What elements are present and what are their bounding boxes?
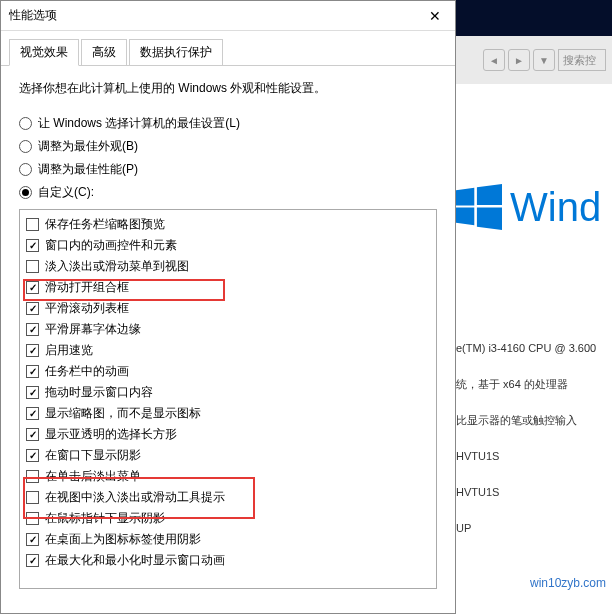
visual-effects-list[interactable]: 保存任务栏缩略图预览窗口内的动画控件和元素淡入淡出或滑动菜单到视图滑动打开组合框… xyxy=(19,209,437,589)
checkbox-label: 显示亚透明的选择长方形 xyxy=(45,426,177,443)
system-info: e(TM) i3-4160 CPU @ 3.600 统，基于 x64 的处理器 … xyxy=(456,330,612,546)
check-option-8[interactable]: 拖动时显示窗口内容 xyxy=(26,382,430,403)
radio-option-2[interactable]: 调整为最佳性能(P) xyxy=(19,161,437,178)
checkbox-label: 平滑滚动列表框 xyxy=(45,300,129,317)
check-option-11[interactable]: 在窗口下显示阴影 xyxy=(26,445,430,466)
checkbox-icon xyxy=(26,239,39,252)
tab-bar: 视觉效果高级数据执行保护 xyxy=(1,31,455,66)
checkbox-icon xyxy=(26,365,39,378)
checkbox-icon xyxy=(26,302,39,315)
search-input[interactable]: 搜索控 xyxy=(558,49,606,71)
checkbox-label: 平滑屏幕字体边缘 xyxy=(45,321,141,338)
nav-down-icon[interactable]: ▼ xyxy=(533,49,555,71)
check-option-5[interactable]: 平滑屏幕字体边缘 xyxy=(26,319,430,340)
check-option-16[interactable]: 在最大化和最小化时显示窗口动画 xyxy=(26,550,430,571)
window-title: 性能选项 xyxy=(9,7,57,24)
checkbox-icon xyxy=(26,554,39,567)
checkbox-icon xyxy=(26,533,39,546)
checkbox-icon xyxy=(26,512,39,525)
close-icon[interactable]: ✕ xyxy=(415,1,455,31)
checkbox-icon xyxy=(26,470,39,483)
tab-1[interactable]: 高级 xyxy=(81,39,127,65)
checkbox-label: 保存任务栏缩略图预览 xyxy=(45,216,165,233)
site-link[interactable]: win10zyb.com xyxy=(456,576,612,590)
check-option-12[interactable]: 在单击后淡出菜单 xyxy=(26,466,430,487)
nav-fwd-icon[interactable]: ► xyxy=(508,49,530,71)
checkbox-icon xyxy=(26,281,39,294)
checkbox-icon xyxy=(26,449,39,462)
checkbox-icon xyxy=(26,344,39,357)
checkbox-label: 滑动打开组合框 xyxy=(45,279,129,296)
windows-logo-icon xyxy=(456,184,502,230)
checkbox-label: 在鼠标指针下显示阴影 xyxy=(45,510,165,527)
performance-options-window: 性能选项 ✕ 视觉效果高级数据执行保护 选择你想在此计算机上使用的 Window… xyxy=(0,0,456,614)
check-option-3[interactable]: 滑动打开组合框 xyxy=(26,277,430,298)
radio-icon xyxy=(19,140,32,153)
checkbox-icon xyxy=(26,260,39,273)
checkbox-icon xyxy=(26,491,39,504)
check-option-9[interactable]: 显示缩略图，而不是显示图标 xyxy=(26,403,430,424)
check-option-0[interactable]: 保存任务栏缩略图预览 xyxy=(26,214,430,235)
checkbox-icon xyxy=(26,428,39,441)
checkbox-label: 窗口内的动画控件和元素 xyxy=(45,237,177,254)
checkbox-label: 在视图中淡入淡出或滑动工具提示 xyxy=(45,489,225,506)
windows-wordmark: Wind xyxy=(510,185,601,230)
radio-group: 让 Windows 选择计算机的最佳设置(L)调整为最佳外观(B)调整为最佳性能… xyxy=(19,115,437,201)
radio-label: 让 Windows 选择计算机的最佳设置(L) xyxy=(38,115,240,132)
checkbox-label: 在最大化和最小化时显示窗口动画 xyxy=(45,552,225,569)
checkbox-icon xyxy=(26,407,39,420)
checkbox-label: 启用速览 xyxy=(45,342,93,359)
checkbox-label: 在桌面上为图标标签使用阴影 xyxy=(45,531,201,548)
radio-option-1[interactable]: 调整为最佳外观(B) xyxy=(19,138,437,155)
radio-icon xyxy=(19,117,32,130)
tab-2[interactable]: 数据执行保护 xyxy=(129,39,223,65)
radio-icon xyxy=(19,186,32,199)
tab-0[interactable]: 视觉效果 xyxy=(9,39,79,66)
checkbox-label: 任务栏中的动画 xyxy=(45,363,129,380)
checkbox-label: 显示缩略图，而不是显示图标 xyxy=(45,405,201,422)
check-option-10[interactable]: 显示亚透明的选择长方形 xyxy=(26,424,430,445)
radio-option-3[interactable]: 自定义(C): xyxy=(19,184,437,201)
checkbox-icon xyxy=(26,323,39,336)
checkbox-icon xyxy=(26,386,39,399)
check-option-6[interactable]: 启用速览 xyxy=(26,340,430,361)
radio-label: 调整为最佳外观(B) xyxy=(38,138,138,155)
radio-option-0[interactable]: 让 Windows 选择计算机的最佳设置(L) xyxy=(19,115,437,132)
check-option-14[interactable]: 在鼠标指针下显示阴影 xyxy=(26,508,430,529)
radio-label: 自定义(C): xyxy=(38,184,94,201)
check-option-2[interactable]: 淡入淡出或滑动菜单到视图 xyxy=(26,256,430,277)
check-option-13[interactable]: 在视图中淡入淡出或滑动工具提示 xyxy=(26,487,430,508)
check-option-15[interactable]: 在桌面上为图标标签使用阴影 xyxy=(26,529,430,550)
check-option-4[interactable]: 平滑滚动列表框 xyxy=(26,298,430,319)
check-option-1[interactable]: 窗口内的动画控件和元素 xyxy=(26,235,430,256)
checkbox-label: 在窗口下显示阴影 xyxy=(45,447,141,464)
checkbox-label: 在单击后淡出菜单 xyxy=(45,468,141,485)
radio-icon xyxy=(19,163,32,176)
checkbox-label: 拖动时显示窗口内容 xyxy=(45,384,153,401)
checkbox-icon xyxy=(26,218,39,231)
intro-text: 选择你想在此计算机上使用的 Windows 外观和性能设置。 xyxy=(19,80,437,97)
check-option-7[interactable]: 任务栏中的动画 xyxy=(26,361,430,382)
checkbox-label: 淡入淡出或滑动菜单到视图 xyxy=(45,258,189,275)
radio-label: 调整为最佳性能(P) xyxy=(38,161,138,178)
nav-back-icon[interactable]: ◄ xyxy=(483,49,505,71)
